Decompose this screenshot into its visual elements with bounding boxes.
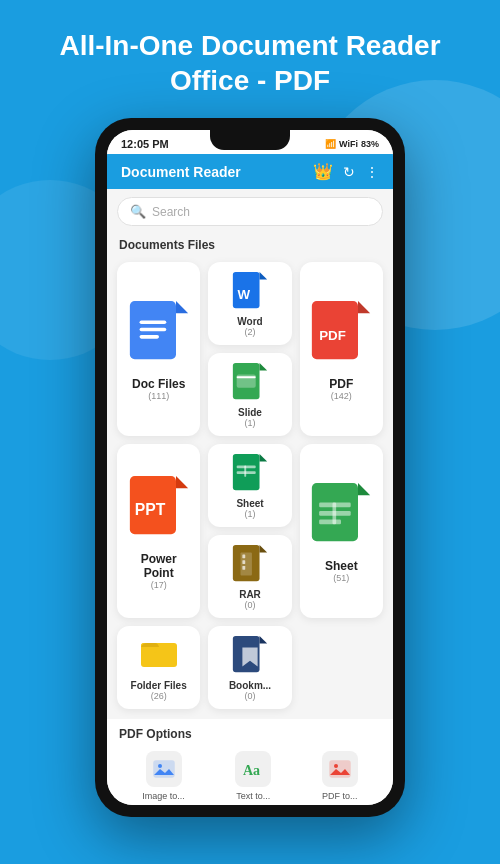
rar-label: RAR [239, 589, 261, 600]
documents-grid: Doc Files (111) W Word (2) [107, 258, 393, 713]
svg-rect-26 [242, 555, 245, 559]
search-bar[interactable]: 🔍 Search [117, 197, 383, 226]
svg-rect-25 [240, 553, 251, 576]
folder-count: (26) [151, 691, 167, 701]
svg-marker-38 [260, 636, 268, 644]
ppt-count: (17) [151, 580, 167, 590]
doc-files-count: (111) [148, 391, 169, 401]
app-topbar: Document Reader 👑 ↻ ⋮ [107, 154, 393, 189]
phone-mockup: 12:05 PM 📶 WiFi 83% Document Reader 👑 ↻ … [0, 118, 500, 817]
rar-card[interactable]: RAR (0) [208, 535, 291, 618]
sheet-small-icon [232, 454, 268, 494]
pdf-options-grid: Image to... Aa Text to... [107, 745, 393, 805]
battery-icon: 83% [361, 139, 379, 149]
svg-marker-1 [176, 301, 188, 313]
image-to-label: Image to... [142, 791, 185, 801]
svg-text:W: W [238, 287, 251, 302]
svg-marker-9 [358, 301, 370, 313]
image-to-option[interactable]: Image to... [142, 751, 185, 801]
refresh-icon[interactable]: ↻ [343, 164, 355, 180]
pdf-count: (142) [331, 391, 352, 401]
svg-rect-2 [139, 320, 166, 324]
slide-card[interactable]: Slide (1) [208, 353, 291, 436]
svg-marker-6 [260, 272, 268, 280]
svg-text:PPT: PPT [134, 501, 165, 518]
sheet-large-card[interactable]: Sheet (51) [300, 444, 383, 618]
word-count: (2) [244, 327, 255, 337]
rar-icon [232, 545, 268, 585]
more-icon[interactable]: ⋮ [365, 164, 379, 180]
svg-marker-12 [260, 363, 268, 371]
doc-files-icon [128, 301, 190, 369]
svg-text:Aa: Aa [243, 763, 260, 778]
svg-rect-27 [242, 560, 245, 564]
topbar-actions: 👑 ↻ ⋮ [313, 162, 379, 181]
svg-rect-14 [237, 376, 256, 378]
wifi-icon: WiFi [339, 139, 358, 149]
sheet-large-count: (51) [333, 573, 349, 583]
status-time: 12:05 PM [121, 138, 169, 150]
image-to-icon [146, 751, 182, 787]
sheet-small-card[interactable]: Sheet (1) [208, 444, 291, 527]
phone-screen: 12:05 PM 📶 WiFi 83% Document Reader 👑 ↻ … [107, 130, 393, 805]
pdf-to-icon [322, 751, 358, 787]
svg-rect-4 [139, 335, 158, 339]
svg-marker-24 [260, 545, 268, 553]
sheet-small-label: Sheet [236, 498, 263, 509]
pdf-options-title: PDF Options [107, 719, 393, 745]
svg-rect-3 [139, 328, 166, 332]
word-icon: W [232, 272, 268, 312]
crown-icon[interactable]: 👑 [313, 162, 333, 181]
folder-label: Folder Files [131, 680, 187, 691]
svg-marker-21 [176, 476, 188, 488]
svg-text:PDF: PDF [319, 328, 346, 343]
sheet-small-count: (1) [244, 509, 255, 519]
doc-files-label: Doc Files [132, 377, 185, 391]
folder-card[interactable]: Folder Files (26) [117, 626, 200, 709]
sheet-large-label: Sheet [325, 559, 358, 573]
pdf-icon: PDF [310, 301, 372, 369]
phone-notch [210, 130, 290, 150]
pdf-to-option[interactable]: PDF to... [322, 751, 358, 801]
svg-marker-30 [358, 483, 370, 495]
topbar-title: Document Reader [121, 164, 241, 180]
text-to-label: Text to... [236, 791, 270, 801]
word-card[interactable]: W Word (2) [208, 262, 291, 345]
word-label: Word [237, 316, 262, 327]
rar-count: (0) [244, 600, 255, 610]
slide-label: Slide [238, 407, 262, 418]
ppt-icon: PPT [128, 476, 190, 544]
svg-marker-16 [260, 454, 268, 462]
svg-point-41 [158, 764, 162, 768]
svg-point-44 [334, 764, 338, 768]
text-to-icon: Aa [235, 751, 271, 787]
pdf-to-label: PDF to... [322, 791, 358, 801]
svg-rect-33 [319, 519, 341, 524]
svg-rect-34 [333, 502, 337, 524]
documents-section-title: Documents Files [107, 234, 393, 258]
slide-count: (1) [244, 418, 255, 428]
bookmark-icon [232, 636, 268, 676]
signal-icon: 📶 [325, 139, 336, 149]
ppt-label: Power Point [125, 552, 192, 580]
svg-rect-28 [242, 566, 245, 570]
folder-icon [141, 636, 177, 676]
bookmark-count: (0) [244, 691, 255, 701]
search-icon: 🔍 [130, 204, 146, 219]
pdf-options-section: PDF Options Image to... [107, 719, 393, 805]
pdf-card[interactable]: PDF PDF (142) [300, 262, 383, 436]
status-icons: 📶 WiFi 83% [325, 139, 379, 149]
svg-rect-19 [244, 465, 246, 476]
bookmark-card[interactable]: Bookm... (0) [208, 626, 291, 709]
doc-files-card[interactable]: Doc Files (111) [117, 262, 200, 436]
search-placeholder: Search [152, 205, 190, 219]
pdf-label: PDF [329, 377, 353, 391]
text-to-option[interactable]: Aa Text to... [235, 751, 271, 801]
powerpoint-card[interactable]: PPT Power Point (17) [117, 444, 200, 618]
sheet-large-icon [310, 483, 372, 551]
bookmark-label: Bookm... [229, 680, 271, 691]
phone-outer: 12:05 PM 📶 WiFi 83% Document Reader 👑 ↻ … [95, 118, 405, 817]
slide-icon [232, 363, 268, 403]
